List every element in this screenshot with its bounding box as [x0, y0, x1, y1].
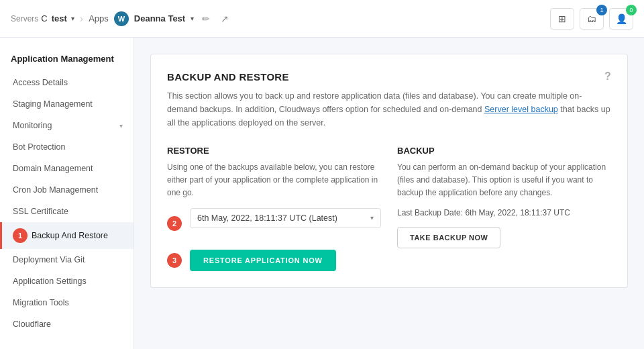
server-dropdown-arrow[interactable]: ▾: [71, 15, 74, 22]
sidebar-item-label: Migration Tools: [13, 298, 69, 307]
backup-title: BACKUP: [397, 146, 611, 156]
edit-icon[interactable]: ✏: [199, 12, 213, 26]
sidebar-item-label: Domain Management: [13, 164, 93, 173]
sidebar-item-bot-protection[interactable]: Bot Protection: [0, 136, 133, 158]
server-icon: C: [41, 13, 47, 23]
two-column-section: RESTORE Using one of the backups availab…: [167, 146, 611, 271]
user-button[interactable]: 👤 0: [609, 8, 633, 30]
dropdown-arrow-icon: ▾: [370, 214, 374, 221]
nav-separator: ›: [80, 13, 83, 25]
sidebar-item-cron-job[interactable]: Cron Job Management: [0, 179, 133, 201]
sidebar-item-access-details[interactable]: Access Details: [0, 72, 133, 93]
sidebar-item-staging[interactable]: Staging Management: [0, 93, 133, 115]
chevron-down-icon: ▾: [119, 122, 123, 130]
sidebar-item-label: Cron Job Management: [13, 185, 98, 195]
take-backup-button[interactable]: TAKE BACKUP NOW: [397, 227, 500, 248]
grid-icon: ⊞: [558, 13, 566, 24]
user-icon: 👤: [616, 13, 627, 24]
sidebar-item-label: Application Settings: [13, 277, 87, 286]
sidebar-item-label: Deployment Via Git: [13, 255, 85, 264]
dropdown-selected-value: 6th May, 2022, 18:11:37 UTC (Latest): [197, 213, 337, 223]
external-link-icon[interactable]: ↗: [218, 12, 231, 26]
sidebar-item-app-settings[interactable]: Application Settings: [0, 270, 133, 292]
sidebar-item-label: SSL Certificate: [13, 207, 68, 216]
sidebar-item-label: Access Details: [13, 78, 68, 87]
inbox-badge: 1: [596, 5, 607, 15]
backup-description: You can perform an on-demand backup of y…: [397, 161, 611, 200]
sidebar-item-label: Cloudflare: [13, 319, 51, 329]
sidebar-item-domain-management[interactable]: Domain Management: [0, 158, 133, 179]
apps-section: Apps: [89, 13, 111, 23]
sidebar-item-label: Staging Management: [13, 99, 93, 109]
page-layout: Application Management Access Details St…: [0, 38, 644, 349]
sidebar-item-ssl[interactable]: SSL Certificate: [0, 201, 133, 222]
wp-icon: W: [114, 11, 129, 26]
section-description: This section allows you to back up and r…: [167, 89, 611, 130]
sidebar-item-label: Backup And Restore: [32, 231, 108, 240]
server-level-backup-link[interactable]: Server level backup: [484, 105, 558, 114]
grid-view-button[interactable]: ⊞: [550, 8, 574, 30]
sidebar-item-deployment[interactable]: Deployment Via Git: [0, 249, 133, 270]
section-heading: BACKUP AND RESTORE: [167, 71, 289, 83]
top-navigation: Servers C test ▾ › Apps W Deanna Test ▾ …: [0, 0, 644, 38]
restore-application-button[interactable]: RESTORE APPLICATION NOW: [190, 250, 336, 271]
main-content: BACKUP AND RESTORE ? This section allows…: [134, 38, 644, 349]
servers-section: Servers: [11, 14, 38, 23]
server-name: test: [52, 13, 67, 23]
user-badge: 0: [626, 5, 637, 15]
app-dropdown-arrow[interactable]: ▾: [191, 15, 194, 22]
sidebar-item-migration[interactable]: Migration Tools: [0, 292, 133, 313]
inbox-icon: 🗂: [587, 13, 596, 24]
app-name: Deanna Test: [134, 13, 185, 23]
sidebar-item-label: Bot Protection: [13, 142, 66, 152]
restore-description: Using one of the backups available below…: [167, 161, 381, 200]
restore-step-3-badge: 3: [167, 253, 182, 268]
restore-section: RESTORE Using one of the backups availab…: [167, 146, 381, 271]
last-backup-date: Last Backup Date: 6th May, 2022, 18:11:3…: [397, 208, 611, 217]
sidebar-badge-1: 1: [13, 228, 28, 243]
inbox-button[interactable]: 🗂 1: [580, 8, 604, 30]
backup-dropdown[interactable]: 6th May, 2022, 18:11:37 UTC (Latest) ▾: [190, 208, 381, 228]
sidebar-item-cloudflare[interactable]: Cloudflare: [0, 313, 133, 335]
sidebar: Application Management Access Details St…: [0, 38, 134, 349]
restore-title: RESTORE: [167, 146, 381, 156]
sidebar-item-backup-restore[interactable]: 1 Backup And Restore: [0, 222, 133, 249]
section-title: BACKUP AND RESTORE ?: [167, 70, 611, 83]
servers-label: Servers: [11, 14, 38, 23]
sidebar-section-title: Application Management: [0, 48, 133, 72]
sidebar-item-label: Monitoring: [13, 121, 52, 130]
backup-restore-card: BACKUP AND RESTORE ? This section allows…: [150, 54, 628, 288]
backup-section: BACKUP You can perform an on-demand back…: [397, 146, 611, 271]
nav-right-controls: ⊞ 🗂 1 👤 0: [550, 8, 633, 30]
restore-step-2-badge: 2: [167, 216, 182, 231]
sidebar-item-monitoring[interactable]: Monitoring ▾: [0, 115, 133, 136]
help-icon[interactable]: ?: [604, 70, 611, 83]
apps-label: Apps: [89, 13, 109, 23]
